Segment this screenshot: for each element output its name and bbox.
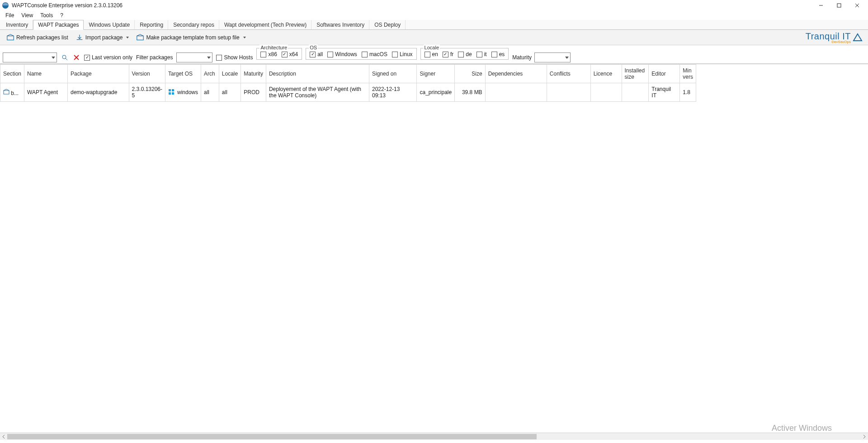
col-dependencies[interactable]: Dependencies — [485, 65, 547, 83]
window-title: WAPTConsole Enterprise version 2.3.0.132… — [12, 2, 123, 9]
make-package-template-button[interactable]: Make package template from setup file — [132, 32, 249, 43]
col-conflicts[interactable]: Conflicts — [547, 65, 590, 83]
col-licence[interactable]: Licence — [590, 65, 622, 83]
last-version-only-checkbox[interactable]: Last version only — [84, 54, 132, 61]
os-macos-checkbox[interactable]: macOS — [362, 51, 387, 57]
tab-reporting[interactable]: Reporting — [135, 20, 168, 29]
arch-x64-checkbox[interactable]: x64 — [282, 51, 298, 57]
titlebar: WAPTConsole Enterprise version 2.3.0.132… — [0, 0, 868, 11]
refresh-packages-button[interactable]: Refresh packages list — [3, 32, 72, 43]
col-package[interactable]: Package — [68, 65, 129, 83]
locale-es-checkbox[interactable]: es — [491, 51, 505, 57]
package-box-icon — [3, 90, 9, 96]
os-linux-checkbox[interactable]: Linux — [392, 51, 413, 57]
cell-version: 2.3.0.13206-5 — [129, 83, 165, 102]
table-row[interactable]: b... WAPT Agent demo-waptupgrade 2.3.0.1… — [0, 83, 696, 102]
minimize-button[interactable] — [812, 0, 830, 11]
scroll-thumb[interactable] — [7, 434, 537, 439]
tab-os-deploy[interactable]: OS Deploy — [369, 20, 406, 29]
menubar: File View Tools ? — [0, 11, 868, 20]
maximize-button[interactable] — [830, 0, 848, 11]
locale-de-checkbox[interactable]: de — [458, 51, 472, 57]
locale-legend: Locale — [424, 45, 440, 50]
svg-rect-11 — [4, 91, 9, 94]
horizontal-scrollbar[interactable] — [0, 433, 868, 440]
last-version-only-label: Last version only — [92, 54, 132, 61]
tab-secondary-repos[interactable]: Secondary repos — [168, 20, 219, 29]
menu-help[interactable]: ? — [57, 11, 67, 19]
svg-rect-5 — [7, 36, 14, 40]
col-version[interactable]: Version — [129, 65, 165, 83]
col-signer[interactable]: Signer — [417, 65, 455, 83]
tab-softwares-inventory[interactable]: Softwares Inventory — [311, 20, 369, 29]
col-installed-size[interactable]: Installed size — [622, 65, 649, 83]
table-header-row: Section Name Package Version Target OS A… — [0, 65, 696, 83]
cell-arch: all — [201, 83, 219, 102]
packages-table-wrap[interactable]: Section Name Package Version Target OS A… — [0, 64, 868, 433]
make-package-template-label: Make package template from setup file — [146, 34, 239, 41]
cell-signed-on: 2022-12-13 09:13 — [369, 83, 417, 102]
svg-rect-12 — [169, 89, 171, 91]
filter-packages-label: Filter packages — [136, 54, 173, 61]
filter-packages-combo[interactable] — [176, 52, 212, 62]
cell-description: Deployement of the WAPT Agent (with the … — [266, 83, 369, 102]
architecture-group: Architecture x86 x64 — [256, 48, 302, 60]
locale-fr-checkbox[interactable]: fr — [443, 51, 453, 57]
svg-line-8 — [66, 58, 67, 60]
col-description[interactable]: Description — [266, 65, 369, 83]
tab-windows-update[interactable]: Windows Update — [84, 20, 135, 29]
os-group: OS all Windows macOS Linux — [306, 48, 416, 60]
col-maturity[interactable]: Maturity — [241, 65, 266, 83]
cell-package: demo-waptupgrade — [68, 83, 129, 102]
svg-rect-14 — [169, 92, 171, 95]
locale-it-checkbox[interactable]: it — [476, 51, 487, 57]
chevron-down-icon — [126, 37, 129, 38]
maturity-label: Maturity — [512, 54, 532, 61]
menu-file[interactable]: File — [2, 11, 18, 19]
brand-logo: Tranquil IT DevSecOps — [806, 30, 863, 45]
menu-view[interactable]: View — [18, 11, 37, 19]
cell-section: b... — [11, 90, 19, 96]
tab-inventory[interactable]: Inventory — [1, 20, 33, 29]
refresh-packages-label: Refresh packages list — [16, 34, 68, 41]
locale-en-checkbox[interactable]: en — [425, 51, 438, 57]
svg-point-7 — [62, 55, 66, 59]
maturity-combo[interactable] — [534, 52, 571, 62]
tab-wapt-development[interactable]: Wapt development (Tech Preview) — [219, 20, 311, 29]
col-size[interactable]: Size — [455, 65, 485, 83]
col-editor[interactable]: Editor — [649, 65, 680, 83]
col-section[interactable]: Section — [0, 65, 24, 83]
col-arch[interactable]: Arch — [201, 65, 219, 83]
svg-rect-6 — [137, 36, 143, 40]
import-package-label: Import package — [85, 34, 123, 41]
os-windows-checkbox[interactable]: Windows — [327, 51, 357, 57]
cell-target-os: windows — [177, 89, 198, 95]
os-all-checkbox[interactable]: all — [310, 51, 323, 57]
close-button[interactable] — [848, 0, 866, 11]
arch-x86-checkbox[interactable]: x86 — [260, 51, 277, 57]
svg-rect-15 — [172, 92, 174, 95]
app-icon — [2, 2, 9, 9]
import-package-button[interactable]: Import package — [72, 32, 133, 43]
col-locale[interactable]: Locale — [219, 65, 241, 83]
toolbar: Refresh packages list Import package Mak… — [0, 30, 868, 45]
col-min-vers[interactable]: Min vers — [680, 65, 696, 83]
cell-signer: ca_principale — [417, 83, 455, 102]
search-icon[interactable] — [61, 53, 69, 62]
cell-editor: Tranquil IT — [649, 83, 680, 102]
scroll-left-arrow[interactable] — [0, 433, 7, 440]
cell-dependencies — [485, 83, 547, 102]
cell-min-vers: 1.8 — [680, 83, 696, 102]
cell-size: 39.8 MB — [455, 83, 485, 102]
col-signed-on[interactable]: Signed on — [369, 65, 417, 83]
col-name[interactable]: Name — [24, 65, 68, 83]
menu-tools[interactable]: Tools — [37, 11, 57, 19]
scroll-track[interactable] — [7, 433, 861, 440]
tab-wapt-packages[interactable]: WAPT Packages — [33, 20, 84, 30]
show-hosts-checkbox[interactable]: Show Hosts — [216, 54, 253, 61]
clear-icon[interactable] — [72, 53, 80, 62]
scroll-right-arrow[interactable] — [861, 433, 868, 440]
col-target-os[interactable]: Target OS — [165, 65, 201, 83]
search-combo[interactable] — [3, 52, 57, 62]
triangle-icon — [853, 33, 863, 43]
